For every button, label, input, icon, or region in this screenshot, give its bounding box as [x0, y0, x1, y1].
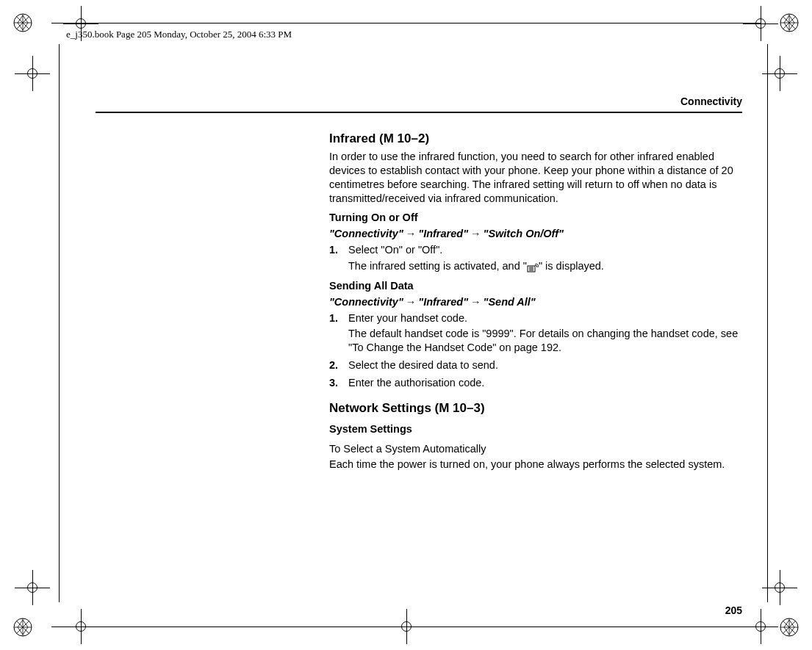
- auto-select-text: Each time the power is turned on, your p…: [329, 458, 742, 472]
- frame-line: [767, 44, 768, 602]
- nav-path-seg: "Connectivity": [329, 296, 403, 308]
- header-meta: e_j350.book Page 205 Monday, October 25,…: [66, 29, 292, 40]
- step-text: Select the desired data to send.: [348, 359, 498, 371]
- frame-line: [51, 626, 761, 627]
- infrared-intro: In order to use the infrared function, y…: [329, 150, 742, 205]
- list-item: 3. Enter the authorisation code.: [329, 376, 742, 390]
- nav-path-seg: "Infrared": [418, 228, 468, 239]
- step-number: 3.: [329, 376, 338, 390]
- sending-subheading: Sending All Data: [329, 279, 742, 293]
- step-number: 1.: [329, 311, 338, 325]
- page-content: Connectivity Infrared (M 10–2) In order …: [96, 95, 742, 477]
- turning-nav-path: "Connectivity"→"Infrared"→"Switch On/Off…: [329, 227, 742, 241]
- list-item: 1. Enter your handset code. The default …: [329, 311, 742, 355]
- crop-mark: [18, 573, 47, 602]
- step-number: 1.: [329, 243, 338, 257]
- auto-select-title: To Select a System Automatically: [329, 442, 742, 456]
- reg-mark-tr: [780, 13, 799, 32]
- crop-mark: [746, 9, 775, 38]
- turning-subheading: Turning On or Off: [329, 211, 742, 225]
- sending-nav-path: "Connectivity"→"Infrared"→"Send All": [329, 295, 742, 309]
- infrared-icon: [527, 262, 539, 271]
- step-note: The default handset code is "9999". For …: [348, 327, 742, 355]
- crop-mark: [18, 59, 47, 88]
- step-text: Select "On" or "Off".: [348, 244, 442, 256]
- reg-mark-br: [780, 618, 799, 637]
- nav-path-seg: "Switch On/Off": [484, 228, 564, 239]
- crop-mark: [765, 573, 794, 602]
- section-label: Connectivity: [96, 95, 742, 113]
- list-item: 1. Select "On" or "Off". The infrared se…: [329, 243, 742, 273]
- frame-line: [51, 23, 761, 24]
- list-item: 2. Select the desired data to send.: [329, 358, 742, 372]
- step-text: Enter the authorisation code.: [348, 377, 484, 389]
- step-text: Enter your handset code.: [348, 312, 467, 324]
- network-subheading: System Settings: [329, 422, 742, 436]
- step-number: 2.: [329, 358, 338, 372]
- nav-path-seg: "Send All": [484, 296, 536, 308]
- nav-path-seg: "Infrared": [418, 296, 468, 308]
- nav-path-seg: "Connectivity": [329, 228, 403, 239]
- reg-mark-tl: [13, 13, 32, 32]
- crop-mark: [765, 59, 794, 88]
- step-note: The infrared setting is activated, and "…: [348, 259, 742, 273]
- page-number: 205: [725, 604, 742, 616]
- frame-line: [59, 44, 60, 602]
- infrared-heading: Infrared (M 10–2): [329, 131, 742, 147]
- reg-mark-bl: [13, 618, 32, 637]
- network-heading: Network Settings (M 10–3): [329, 400, 742, 416]
